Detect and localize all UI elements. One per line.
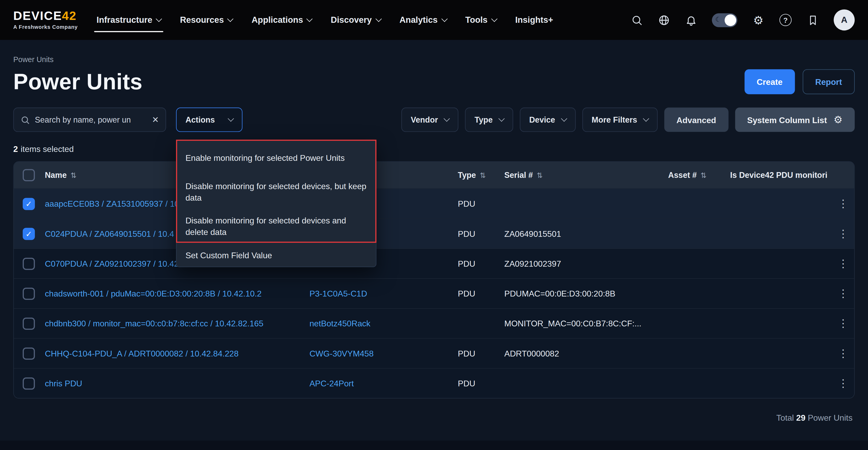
name-link[interactable]: C024PDUA / ZA0649015501 / 10.4 bbox=[45, 229, 174, 238]
row-checkbox[interactable] bbox=[23, 377, 35, 390]
row-checkbox[interactable]: ✓ bbox=[23, 197, 35, 210]
user-avatar[interactable]: A bbox=[834, 9, 855, 30]
nav-item-tools[interactable]: Tools bbox=[465, 0, 497, 40]
column-header-type[interactable]: Type⇅ bbox=[458, 171, 504, 180]
logo-accent: 42 bbox=[62, 9, 76, 23]
filter-more-filters[interactable]: More Filters bbox=[582, 108, 658, 132]
column-header-asset[interactable]: Asset #⇅ bbox=[668, 171, 730, 180]
clear-search-icon[interactable]: ✕ bbox=[152, 115, 159, 125]
filter-device[interactable]: Device bbox=[520, 108, 576, 132]
actions-dropdown-menu: Enable monitoring for selected Power Uni… bbox=[176, 140, 376, 267]
name-link[interactable]: CHHQ-C104-PDU_A / ADRT0000082 / 10.42.84… bbox=[45, 349, 238, 358]
type-cell: PDU bbox=[458, 378, 504, 388]
chevron-down-icon bbox=[491, 16, 497, 22]
create-button[interactable]: Create bbox=[745, 69, 795, 94]
type-cell: PDU bbox=[458, 259, 504, 268]
menu-item-enable-monitoring-for-selected-power-uni[interactable]: Enable monitoring for selected Power Uni… bbox=[177, 140, 376, 174]
row-actions-menu-button[interactable]: ⋮ bbox=[832, 199, 854, 209]
row-checkbox[interactable] bbox=[23, 287, 35, 300]
row-actions-menu-button[interactable]: ⋮ bbox=[832, 378, 854, 389]
name-link[interactable]: chris PDU bbox=[45, 378, 82, 388]
page-content: Power Units Power Units Create Report Se… bbox=[0, 56, 868, 422]
table-row: chdbnb300 / monitor_mac=00:c0:b7:8c:cf:c… bbox=[14, 308, 854, 338]
chevron-down-icon bbox=[498, 115, 505, 122]
search-icon[interactable] bbox=[630, 14, 643, 26]
sort-icon: ⇅ bbox=[537, 171, 543, 179]
menu-item-disable-monitoring-for-selected-devices-[interactable]: Disable monitoring for selected devices,… bbox=[177, 175, 376, 209]
nav-item-discovery[interactable]: Discovery bbox=[331, 0, 381, 40]
moon-icon: ☾ bbox=[715, 15, 721, 23]
bookmark-icon[interactable] bbox=[807, 14, 819, 26]
model-link[interactable]: APC-24Port bbox=[309, 378, 354, 388]
serial-cell: PDUMAC=00:0E:D3:00:20:8B bbox=[504, 289, 668, 298]
table-row: ✓C024PDUA / ZA0649015501 / 10.4PDUZA0649… bbox=[14, 219, 854, 248]
search-value: Search by name, power un bbox=[35, 115, 147, 124]
name-link[interactable]: chadsworth-001 / pduMac=00:0E:D3:00:20:8… bbox=[45, 289, 261, 298]
help-icon[interactable]: ? bbox=[779, 14, 792, 26]
table-row: chris PDUAPC-24PortPDU⋮ bbox=[14, 368, 854, 398]
gear-icon: ⚙ bbox=[834, 115, 843, 125]
chevron-down-icon bbox=[444, 115, 450, 122]
search-icon bbox=[21, 115, 30, 124]
row-checkbox[interactable]: ✓ bbox=[23, 228, 35, 240]
filter-type[interactable]: Type bbox=[465, 108, 513, 132]
select-all-checkbox[interactable] bbox=[23, 169, 35, 181]
page-title: Power Units bbox=[13, 69, 143, 94]
sort-icon: ⇅ bbox=[701, 171, 707, 179]
chevron-down-icon bbox=[375, 16, 382, 22]
column-header-is-device42-pdu-monitori[interactable]: Is Device42 PDU monitori bbox=[730, 171, 832, 180]
serial-cell: MONITOR_MAC=00:C0:B7:8C:CF:... bbox=[504, 319, 668, 328]
nav-item-infrastructure[interactable]: Infrastructure bbox=[96, 0, 161, 40]
column-header-serial[interactable]: Serial #⇅ bbox=[504, 171, 668, 180]
row-checkbox[interactable] bbox=[23, 347, 35, 360]
type-cell: PDU bbox=[458, 289, 504, 298]
row-actions-menu-button[interactable]: ⋮ bbox=[832, 348, 854, 359]
row-actions-menu-button[interactable]: ⋮ bbox=[832, 288, 854, 299]
menu-item-set-custom-field-value[interactable]: Set Custom Field Value bbox=[177, 243, 376, 266]
table-row: C070PDUA / ZA0921002397 / 10.42.86.75AP7… bbox=[14, 248, 854, 278]
system-column-list-button[interactable]: System Column List ⚙ bbox=[735, 108, 855, 132]
navbar-icons: ☾ ⚙ ? A bbox=[630, 9, 855, 30]
table-header-row: Name⇅Model⇅Type⇅Serial #⇅Asset #⇅Is Devi… bbox=[14, 162, 854, 189]
menu-item-disable-monitoring-for-selected-devices-[interactable]: Disable monitoring for selected devices … bbox=[177, 209, 376, 243]
nav-item-insights[interactable]: Insights+ bbox=[515, 0, 553, 40]
row-checkbox[interactable] bbox=[23, 317, 35, 330]
nav-item-applications[interactable]: Applications bbox=[252, 0, 312, 40]
row-actions-menu-button[interactable]: ⋮ bbox=[832, 318, 854, 329]
advanced-button[interactable]: Advanced bbox=[664, 108, 728, 132]
row-checkbox[interactable] bbox=[23, 257, 35, 270]
model-link[interactable]: P3-1C0A5-C1D bbox=[309, 289, 367, 298]
sort-icon: ⇅ bbox=[71, 171, 76, 179]
chevron-down-icon bbox=[561, 115, 567, 122]
search-input[interactable]: Search by name, power un ✕ bbox=[13, 108, 166, 132]
chevron-down-icon bbox=[227, 115, 234, 122]
device42-logo[interactable]: DEVICE42 A Freshworks Company bbox=[13, 10, 78, 30]
toggle-knob bbox=[725, 14, 736, 26]
filter-buttons: VendorTypeDeviceMore Filters Advanced Sy… bbox=[401, 108, 855, 132]
name-link[interactable]: chdbnb300 / monitor_mac=00:c0:b7:8c:cf:c… bbox=[45, 319, 264, 328]
toolbar: Search by name, power un ✕ Actions Vendo… bbox=[13, 108, 855, 132]
serial-cell: ADRT0000082 bbox=[504, 349, 668, 358]
chevron-down-icon bbox=[441, 16, 447, 22]
top-navbar: DEVICE42 A Freshworks Company Infrastruc… bbox=[0, 0, 868, 40]
row-actions-menu-button[interactable]: ⋮ bbox=[832, 258, 854, 269]
nav-item-analytics[interactable]: Analytics bbox=[400, 0, 446, 40]
theme-toggle[interactable]: ☾ bbox=[712, 13, 737, 27]
table-footer: Total 29 Power Units bbox=[13, 413, 855, 422]
model-link[interactable]: CWG-30VYM458 bbox=[309, 349, 374, 358]
type-cell: PDU bbox=[458, 349, 504, 358]
nav-item-resources[interactable]: Resources bbox=[180, 0, 233, 40]
logo-subtitle: A Freshworks Company bbox=[13, 25, 78, 30]
row-actions-menu-button[interactable]: ⋮ bbox=[832, 228, 854, 239]
filter-vendor[interactable]: Vendor bbox=[401, 108, 458, 132]
actions-dropdown-button[interactable]: Actions bbox=[176, 108, 243, 132]
gear-icon[interactable]: ⚙ bbox=[752, 14, 765, 26]
model-link[interactable]: netBotz450Rack bbox=[309, 319, 370, 328]
breadcrumb[interactable]: Power Units bbox=[13, 56, 855, 64]
globe-icon[interactable] bbox=[658, 14, 670, 26]
bell-icon[interactable] bbox=[685, 14, 697, 26]
type-cell: PDU bbox=[458, 199, 504, 208]
serial-cell: ZA0921002397 bbox=[504, 259, 668, 268]
report-button[interactable]: Report bbox=[803, 69, 855, 94]
name-link[interactable]: aaapcECE0B3 / ZA1531005937 / 10 bbox=[45, 199, 179, 208]
